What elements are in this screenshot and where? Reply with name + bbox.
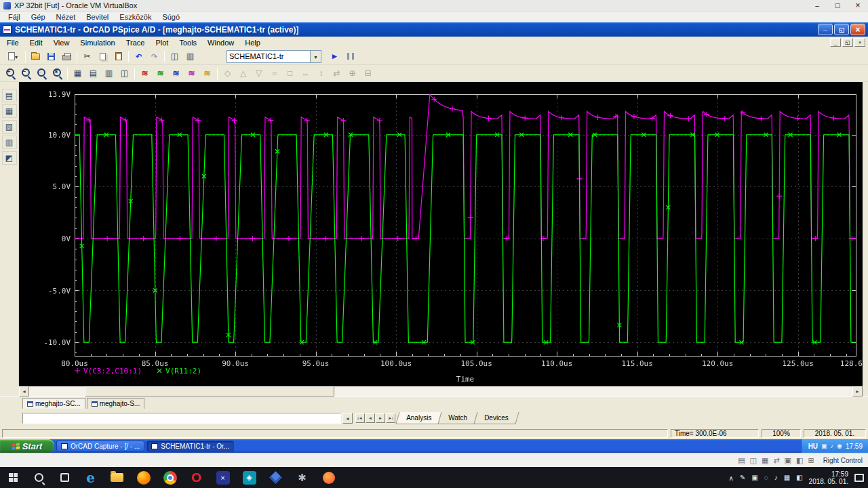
open-file-button[interactable] <box>28 49 43 64</box>
simulation-profile-combobox[interactable]: SCHEMATIC1-tr <box>226 50 321 63</box>
simulation-settings-button[interactable] <box>2 151 17 165</box>
mdi-restore-button[interactable]: ◱ <box>842 38 853 47</box>
vlc-button[interactable] <box>210 467 236 488</box>
tab-analysis[interactable]: Analysis <box>395 412 441 424</box>
undo-button[interactable] <box>131 49 146 64</box>
menu-window[interactable]: Window <box>202 38 239 47</box>
cursor-trough-button[interactable] <box>235 66 251 81</box>
scroll-left-arrow[interactable]: ◄ <box>19 386 29 396</box>
tray-expand-icon[interactable] <box>729 474 734 482</box>
print-button[interactable] <box>59 49 75 64</box>
fourier-button[interactable] <box>101 66 117 81</box>
cursor-min-button[interactable] <box>267 66 282 81</box>
add-text-label-button[interactable] <box>199 66 215 81</box>
cursor-next-transition-button[interactable] <box>329 66 344 81</box>
plot-horizontal-scrollbar[interactable]: ◄ ► <box>19 386 863 396</box>
delete-plot-button[interactable] <box>184 66 199 81</box>
add-plot-button[interactable] <box>168 66 184 81</box>
vbox-menu-help[interactable]: Súgó <box>157 13 185 21</box>
xp-restore-button[interactable] <box>834 24 849 35</box>
cursor-peak-button[interactable] <box>220 66 235 81</box>
menu-simulation[interactable]: Simulation <box>75 38 120 47</box>
safely-remove-icon[interactable] <box>821 443 827 449</box>
mark-label-button[interactable] <box>360 66 376 81</box>
network-adapter-icon[interactable] <box>773 456 779 465</box>
scrollbar-thumb[interactable] <box>85 386 334 396</box>
waveform-plot[interactable] <box>19 82 863 386</box>
add-trace-button[interactable] <box>137 66 153 81</box>
tab-watch[interactable]: Watch <box>438 412 478 424</box>
menu-help[interactable]: Help <box>239 38 266 47</box>
performance-analysis-button[interactable] <box>117 66 132 81</box>
vbox-menu-machine[interactable]: Gép <box>26 13 51 21</box>
tab-scroll-left[interactable]: ◄ <box>366 413 375 423</box>
tab-scroll-first[interactable]: |◄ <box>355 413 365 423</box>
audio-icon[interactable] <box>762 456 768 465</box>
task-view-button[interactable] <box>52 467 77 488</box>
menu-tools[interactable]: Tools <box>174 38 202 47</box>
usb-icon[interactable] <box>785 456 791 465</box>
host-start-button[interactable] <box>0 467 26 488</box>
pen-icon[interactable] <box>740 474 745 481</box>
network-icon[interactable] <box>784 474 790 481</box>
zoom-fit-button[interactable] <box>50 66 65 81</box>
xp-start-button[interactable]: Start <box>0 439 54 453</box>
tab-scroll-last[interactable]: ►| <box>386 413 395 423</box>
cursor-max-button[interactable] <box>282 66 298 81</box>
task-button-pspice[interactable]: SCHEMATIC1-tr - Or... <box>146 441 234 452</box>
edge-button[interactable]: e <box>77 467 104 488</box>
shared-folder-icon[interactable] <box>796 456 803 465</box>
firefox-button[interactable] <box>130 467 157 488</box>
combobox-dropdown-arrow[interactable] <box>310 51 321 62</box>
vbox-menu-view[interactable]: Nézet <box>51 13 81 21</box>
log-y-axis-button[interactable] <box>85 66 101 81</box>
vbox-menu-file[interactable]: Fájl <box>3 13 26 21</box>
battery-icon[interactable] <box>764 474 768 481</box>
output-file-button[interactable] <box>2 104 17 118</box>
pause-simulation-button[interactable] <box>342 49 358 64</box>
paste-button[interactable] <box>111 49 126 64</box>
menu-file[interactable]: File <box>1 38 24 47</box>
doc-tab-inactive[interactable]: meghajto-S... <box>87 398 144 409</box>
maximize-button[interactable] <box>827 0 848 12</box>
language-indicator[interactable]: HU <box>808 443 818 450</box>
volume-icon[interactable] <box>774 474 778 481</box>
menu-trace[interactable]: Trace <box>121 38 151 47</box>
virtualbox-button[interactable] <box>262 467 289 488</box>
cursor-slope-button[interactable] <box>251 66 267 81</box>
save-button[interactable] <box>43 49 59 64</box>
minimize-button[interactable] <box>807 0 827 12</box>
scroll-right-arrow[interactable]: ► <box>852 386 863 396</box>
display-icon[interactable] <box>808 456 814 465</box>
xp-close-button[interactable] <box>850 24 865 35</box>
action-center-icon[interactable] <box>854 474 864 482</box>
xp-minimize-button[interactable] <box>818 24 833 35</box>
run-simulation-button[interactable] <box>327 49 342 64</box>
zoom-in-button[interactable] <box>3 66 18 81</box>
scrollbar-track[interactable] <box>29 386 852 396</box>
cut-button[interactable] <box>79 49 95 64</box>
task-button-orcad-capture[interactable]: OrCAD Capture - [/ - ... <box>56 441 144 452</box>
onedrive-icon[interactable] <box>751 474 757 481</box>
language-icon[interactable] <box>796 474 802 481</box>
doc-tab-active[interactable]: meghajto-SC... <box>22 398 85 409</box>
menu-edit[interactable]: Edit <box>24 38 48 47</box>
zoom-area-button[interactable] <box>34 66 50 81</box>
search-button[interactable] <box>26 467 52 488</box>
cursor-search-button[interactable] <box>313 66 329 81</box>
chrome-button[interactable] <box>157 467 183 488</box>
output-scroll-left[interactable]: ◄ <box>342 413 353 424</box>
copy-button[interactable] <box>95 49 111 64</box>
tab-scroll-right[interactable]: ► <box>376 413 385 423</box>
new-file-button[interactable] <box>3 49 23 64</box>
menu-view[interactable]: View <box>48 38 75 47</box>
dbeaver-button[interactable] <box>236 467 262 488</box>
close-button[interactable] <box>848 0 868 12</box>
zoom-out-button[interactable] <box>18 66 34 81</box>
network-icon[interactable] <box>837 443 842 449</box>
redo-button[interactable] <box>146 49 162 64</box>
vbox-menu-devices[interactable]: Eszközök <box>114 13 157 21</box>
host-clock[interactable]: 17:59 2018. 05. 01. <box>809 470 848 485</box>
cursor-point-button[interactable] <box>298 66 313 81</box>
eval-goal-function-button[interactable] <box>153 66 168 81</box>
